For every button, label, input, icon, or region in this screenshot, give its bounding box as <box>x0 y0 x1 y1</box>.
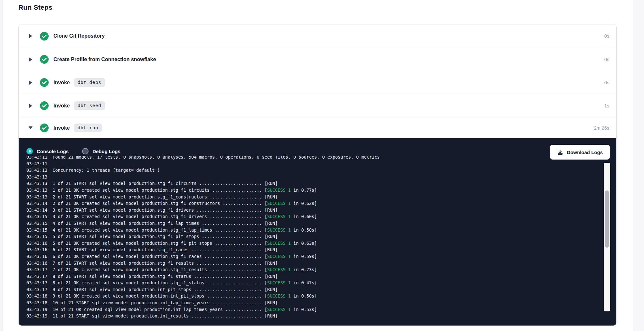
success-check-icon <box>40 124 49 132</box>
log-line: 03:43:17 9 of 21 START sql view model pr… <box>26 286 601 293</box>
download-icon <box>557 149 563 155</box>
log-timestamp: 03:43:13 <box>26 174 52 179</box>
log-line: 03:43:15 4 of 21 OK created sql view mod… <box>26 227 601 234</box>
log-success-text: SUCCESS 1 <box>267 280 291 285</box>
expand-caret-icon[interactable] <box>28 34 33 38</box>
step-label: Create Profile from Connection snowflake <box>53 57 156 62</box>
log-line: 03:43:19 10 of 21 OK created sql view mo… <box>26 306 601 313</box>
console-panel: Console Logs Debug Logs Download Logs 03… <box>19 138 616 326</box>
expand-caret-icon[interactable] <box>28 57 33 62</box>
debug-logs-label: Debug Logs <box>92 149 120 154</box>
success-check-icon <box>40 78 49 87</box>
log-timestamp: 03:43:11 <box>26 156 52 160</box>
step-row[interactable]: Create Profile from Connection snowflake… <box>19 48 616 71</box>
right-gutter <box>633 0 644 331</box>
log-line: 03:43:11 <box>26 161 601 167</box>
scrollbar-thumb[interactable] <box>605 190 609 248</box>
log-timestamp: 03:43:17 <box>26 267 52 272</box>
log-timestamp: 03:43:15 <box>26 227 52 233</box>
steps-list: Clone Git Repository 0s Create Profile f… <box>19 24 616 138</box>
log-line: 03:43:15 5 of 21 START sql view model pr… <box>26 233 601 240</box>
command-chip: dbt deps <box>74 78 105 87</box>
expand-caret-icon[interactable] <box>28 80 33 85</box>
log-line: 03:43:15 3 of 21 OK created sql view mod… <box>26 213 601 220</box>
console-logs-radio[interactable]: Console Logs <box>26 148 69 154</box>
step-duration: 2m 26s <box>594 125 616 131</box>
command-chip: dbt run <box>74 124 102 132</box>
log-timestamp: 03:43:19 <box>26 307 52 312</box>
log-success-text: SUCCESS 1 <box>267 188 291 193</box>
expand-caret-icon[interactable] <box>28 126 33 130</box>
log-timestamp: 03:43:18 <box>26 300 52 305</box>
step-row[interactable]: Clone Git Repository 0s <box>19 24 616 48</box>
debug-logs-radio[interactable]: Debug Logs <box>82 148 120 154</box>
step-row[interactable]: Invoke dbt seed1s <box>19 94 616 117</box>
log-success-text: SUCCESS 1 <box>267 214 291 219</box>
log-timestamp: 03:43:15 <box>26 234 52 239</box>
log-line: 03:43:19 11 of 21 START sql view model p… <box>26 313 601 319</box>
radio-selected-icon[interactable] <box>26 148 33 154</box>
step-duration: 0s <box>604 80 616 85</box>
step-duration: 0s <box>604 33 616 39</box>
scrollbar-track[interactable] <box>604 163 610 311</box>
log-timestamp: 03:43:19 <box>26 313 52 318</box>
success-check-icon <box>40 55 49 64</box>
log-timestamp: 03:43:17 <box>26 280 52 285</box>
console-logs-label: Console Logs <box>37 149 69 154</box>
log-timestamp: 03:43:13 <box>26 188 52 193</box>
log-line: 03:43:16 6 of 21 START sql view model pr… <box>26 246 601 253</box>
log-line: 03:43:14 2 of 21 OK created sql view mod… <box>26 200 601 207</box>
log-line: 03:43:13 1 of 21 START sql view model pr… <box>26 180 601 187</box>
log-timestamp: 03:43:15 <box>26 221 52 226</box>
log-success-text: SUCCESS 1 <box>267 267 291 272</box>
log-timestamp: 03:43:17 <box>26 274 52 279</box>
log-line: 03:43:16 7 of 21 START sql view model pr… <box>26 260 601 267</box>
log-timestamp: 03:43:16 <box>26 254 52 259</box>
log-timestamp: 03:43:16 <box>26 241 52 246</box>
log-success-text: SUCCESS 1 <box>267 201 291 206</box>
run-steps-card: Clone Git Repository 0s Create Profile f… <box>18 24 617 326</box>
log-timestamp: 03:43:16 <box>26 261 52 266</box>
log-line: 03:43:14 3 of 21 START sql view model pr… <box>26 207 601 214</box>
log-timestamp: 03:43:14 <box>26 201 52 206</box>
radio-unselected-icon[interactable] <box>82 148 89 154</box>
log-output: 03:43:11 Found 21 models, 17 tests, 0 sn… <box>26 156 601 319</box>
log-timestamp: 03:43:14 <box>26 207 52 213</box>
log-success-text: SUCCESS 1 <box>267 254 291 259</box>
log-timestamp: 03:43:13 <box>26 168 52 173</box>
step-duration: 1s <box>604 103 616 108</box>
log-line: 03:43:13 1 of 21 OK created sql view mod… <box>26 187 601 194</box>
log-line: 03:43:13 Concurrency: 1 threads (target=… <box>26 167 601 174</box>
log-line: 03:43:17 8 of 21 START sql view model pr… <box>26 273 601 280</box>
log-line: 03:43:17 8 of 21 OK created sql view mod… <box>26 280 601 286</box>
log-timestamp: 03:43:13 <box>26 194 52 199</box>
step-label: Clone Git Repository <box>53 33 105 39</box>
log-line: 03:43:15 4 of 21 START sql view model pr… <box>26 220 601 227</box>
page-title: Run Steps <box>18 4 52 11</box>
log-timestamp: 03:43:11 <box>26 161 52 166</box>
success-check-icon <box>40 101 49 110</box>
log-line: 03:43:18 10 of 21 START sql view model p… <box>26 299 601 306</box>
log-success-text: SUCCESS 1 <box>267 227 291 233</box>
log-type-switcher: Console Logs Debug Logs <box>26 148 120 154</box>
log-timestamp: 03:43:17 <box>26 287 52 292</box>
log-success-text: SUCCESS 1 <box>267 307 291 312</box>
command-chip: dbt seed <box>74 101 105 110</box>
expand-caret-icon[interactable] <box>28 104 33 108</box>
log-line: 03:43:18 9 of 21 OK created sql view mod… <box>26 293 601 299</box>
step-label: Invoke <box>53 125 70 131</box>
log-viewport[interactable]: 03:43:11 Found 21 models, 17 tests, 0 sn… <box>26 156 601 321</box>
step-row[interactable]: Invoke dbt deps0s <box>19 71 616 94</box>
step-row[interactable]: Invoke dbt run2m 26s <box>19 117 616 138</box>
step-duration: 0s <box>604 57 616 62</box>
log-line: 03:43:16 6 of 21 OK created sql view mod… <box>26 253 601 260</box>
log-line: 03:43:13 <box>26 174 601 180</box>
log-line: 03:43:16 5 of 21 OK created sql view mod… <box>26 240 601 247</box>
log-line: 03:43:11 Found 21 models, 17 tests, 0 sn… <box>26 156 601 161</box>
download-logs-label: Download Logs <box>567 150 603 155</box>
log-success-text: SUCCESS 1 <box>267 293 291 299</box>
log-line: 03:43:17 7 of 21 OK created sql view mod… <box>26 266 601 273</box>
left-gutter <box>0 0 3 331</box>
log-timestamp: 03:43:18 <box>26 293 52 299</box>
log-timestamp: 03:43:13 <box>26 181 52 186</box>
